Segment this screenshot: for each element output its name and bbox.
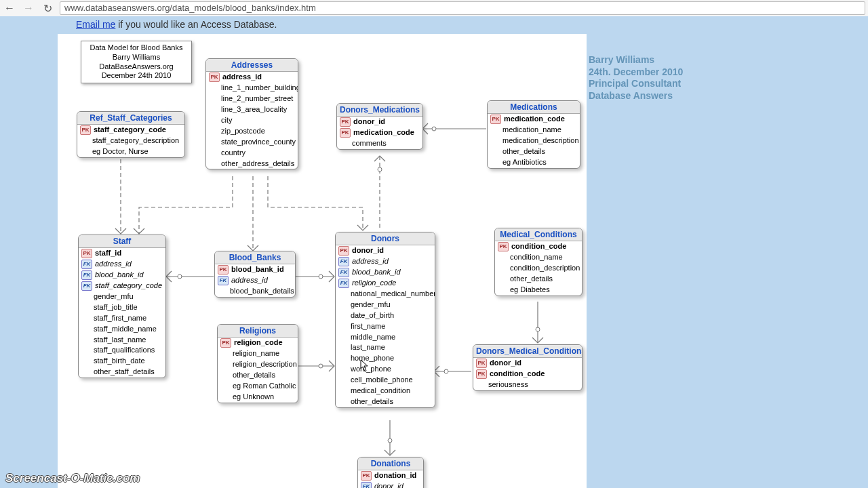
field-label: blood_bank_details xyxy=(230,286,294,297)
field-label: date_of_birth xyxy=(351,310,394,321)
watermark: Screencast-O-Matic.com xyxy=(5,472,140,485)
field-label: work_phone xyxy=(351,364,391,375)
field-label: staff_birth_date xyxy=(94,356,145,367)
entity-field: PKdonor_id xyxy=(473,358,582,369)
entity-field: FKstaff_category_code xyxy=(79,281,165,291)
fk-icon: FK xyxy=(361,482,372,488)
entity-title: Donors xyxy=(336,232,435,245)
entity-field: cell_mobile_phone xyxy=(336,375,435,386)
reload-button[interactable]: ↻ xyxy=(41,1,54,15)
fk-icon: FK xyxy=(81,260,92,269)
entity-field: PKdonor_id xyxy=(337,117,422,127)
field-label: medication_code xyxy=(504,114,565,125)
field-label: middle_name xyxy=(351,332,395,343)
field-label: country xyxy=(221,148,245,159)
entity-addresses: AddressesPKaddress_idline_1_number_build… xyxy=(205,58,298,169)
field-label: other_details xyxy=(351,396,393,407)
field-label: last_name xyxy=(351,342,385,353)
entity-field: PKmedication_code xyxy=(337,127,422,138)
field-label: gender_mfu xyxy=(94,291,134,302)
entity-field: PKdonor_id xyxy=(336,245,435,256)
diagram-canvas: Data Model for Blood Banks Barry William… xyxy=(58,34,587,488)
svg-point-9 xyxy=(432,127,436,131)
svg-point-3 xyxy=(178,274,182,279)
entity-field: other_details xyxy=(488,146,580,157)
field-label: other_details xyxy=(510,274,553,285)
author-date: 24th. December 2010 xyxy=(589,66,683,79)
fk-icon: FK xyxy=(81,281,92,291)
entity-field: last_name xyxy=(336,342,435,353)
pk-icon: PK xyxy=(81,249,92,258)
field-label: city xyxy=(221,115,233,126)
pk-icon: PK xyxy=(220,338,231,348)
note-l4: December 24th 2010 xyxy=(85,71,187,81)
entity-title: Donors_Medical_Conditions xyxy=(473,345,582,358)
entity-field: country xyxy=(206,148,298,159)
field-label: line_2_number_street xyxy=(221,94,293,104)
entity-field: eg Unknown xyxy=(218,392,298,403)
field-label: medication_code xyxy=(353,127,414,138)
field-label: eg Unknown xyxy=(233,392,274,403)
entity-field: other_address_details xyxy=(206,159,298,169)
entity-field: middle_name xyxy=(336,332,435,343)
entity-field: national_medical_number xyxy=(336,289,435,300)
field-label: staff_category_code xyxy=(94,125,166,136)
pk-icon: PK xyxy=(490,115,501,124)
entity-field: staff_qualifications xyxy=(79,345,165,356)
field-label: blood_bank_id xyxy=(95,270,144,281)
entity-field: comments xyxy=(337,138,422,149)
email-link[interactable]: Email me xyxy=(76,19,115,30)
note-l3: DataBaseAnswers.org xyxy=(85,62,187,72)
pk-icon: PK xyxy=(476,369,487,379)
entity-field: staff_last_name xyxy=(79,335,165,346)
note-l1: Data Model for Blood Banks xyxy=(85,43,187,53)
pk-icon: PK xyxy=(338,246,349,256)
field-label: gender_mfu xyxy=(351,300,391,310)
entity-field: PKdonation_id xyxy=(358,470,423,481)
pk-icon: PK xyxy=(340,128,351,138)
svg-point-1 xyxy=(378,167,382,171)
field-label: zip_postcode xyxy=(221,126,265,137)
field-label: condition_description xyxy=(510,263,580,274)
browser-toolbar: ← → ↻ www.databaseanswers.org/data_model… xyxy=(0,0,868,17)
entity-field: other_details xyxy=(218,370,298,381)
fk-icon: FK xyxy=(338,257,349,266)
field-label: national_medical_number xyxy=(351,289,435,300)
field-label: condition_name xyxy=(510,252,563,263)
field-label: donation_id xyxy=(374,470,416,481)
entity-title: Medications xyxy=(488,101,580,114)
entity-field: home_phone xyxy=(336,353,435,364)
entity-medical-conditions: Medical_ConditionsPKcondition_codecondit… xyxy=(494,228,583,296)
entity-field: medication_description xyxy=(488,136,580,146)
field-label: staff_category_code xyxy=(95,281,162,291)
pk-icon: PK xyxy=(218,265,229,274)
field-label: line_3_area_locality xyxy=(221,104,287,115)
field-label: blood_bank_id xyxy=(231,264,284,275)
svg-point-5 xyxy=(319,274,323,279)
field-label: religion_code xyxy=(352,278,396,289)
entity-field: medication_name xyxy=(488,125,580,136)
entity-title: Blood_Banks xyxy=(215,251,295,264)
field-label: line_1_number_building xyxy=(221,83,298,94)
entity-field: PKmedication_code xyxy=(488,114,580,125)
entity-field: condition_name xyxy=(495,252,582,263)
field-label: other_address_details xyxy=(221,159,294,169)
field-label: other_staff_details xyxy=(94,367,155,378)
svg-point-7 xyxy=(319,364,323,368)
field-label: staff_middle_name xyxy=(94,324,157,335)
entity-staff: StaffPKstaff_idFKaddress_idFKblood_bank_… xyxy=(78,235,166,378)
page-body: Email me if you would like an Access Dat… xyxy=(0,16,868,488)
author-org: Database Answers xyxy=(589,90,683,102)
entity-title: Donations xyxy=(358,458,423,470)
back-button[interactable]: ← xyxy=(3,1,16,15)
entity-field: FKdonor_id xyxy=(358,481,423,488)
pk-icon: PK xyxy=(340,117,351,127)
url-bar[interactable]: www.databaseanswers.org/data_models/bloo… xyxy=(60,1,865,15)
entity-field: eg Diabetes xyxy=(495,285,582,296)
field-label: state_province_county xyxy=(221,137,296,148)
note-box: Data Model for Blood Banks Barry William… xyxy=(81,41,192,83)
entity-field: line_2_number_street xyxy=(206,94,298,104)
entity-field: PKcondition_code xyxy=(473,369,582,380)
forward-button[interactable]: → xyxy=(22,1,35,15)
pk-icon: PK xyxy=(498,242,509,251)
